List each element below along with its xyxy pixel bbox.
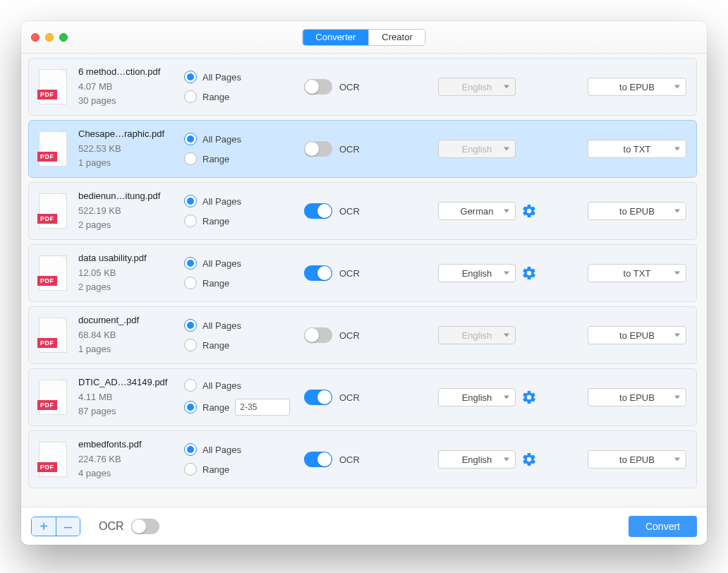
file-info: document_.pdf68.84 KB1 pages <box>78 313 184 357</box>
radio-all-pages[interactable] <box>184 71 197 83</box>
file-name: 6 method…ction.pdf <box>78 65 184 80</box>
language-value: English <box>462 454 492 465</box>
ocr-toggle[interactable] <box>304 79 332 95</box>
chevron-down-icon <box>504 334 509 337</box>
maximize-icon[interactable] <box>59 33 68 42</box>
close-icon[interactable] <box>31 33 40 42</box>
output-format-value: to EPUB <box>619 206 655 217</box>
output-format-dropdown[interactable]: to EPUB <box>588 326 686 344</box>
gear-icon[interactable] <box>521 203 537 219</box>
master-ocr-label: OCR <box>99 520 124 533</box>
ocr-control: OCR <box>304 265 438 281</box>
radio-all-pages[interactable] <box>184 195 197 207</box>
app-window: Converter Creator 6 method…ction.pdf4.07… <box>21 21 707 545</box>
gear-icon[interactable] <box>521 390 537 405</box>
master-ocr-toggle[interactable] <box>131 519 159 534</box>
language-control: German <box>438 202 544 220</box>
radio-range[interactable] <box>184 215 197 227</box>
language-control: English <box>438 388 544 406</box>
file-row[interactable]: embedfonts.pdf224.76 KB4 pagesAll PagesR… <box>28 430 697 488</box>
output-format-dropdown[interactable]: to EPUB <box>588 450 686 469</box>
output-format-dropdown[interactable]: to EPUB <box>588 388 686 406</box>
tab-converter[interactable]: Converter <box>303 30 368 45</box>
language-dropdown[interactable]: German <box>438 202 516 220</box>
ocr-toggle[interactable] <box>304 390 332 405</box>
radio-range[interactable] <box>184 401 197 414</box>
radio-range[interactable] <box>184 463 197 476</box>
chevron-down-icon <box>674 396 680 399</box>
page-range-control: All PagesRange <box>184 195 304 227</box>
radio-all-pages-label: All Pages <box>202 196 241 207</box>
chevron-down-icon <box>504 272 509 275</box>
language-control: English <box>438 326 544 344</box>
radio-range-label: Range <box>202 216 229 227</box>
file-list-scroll[interactable]: 6 method…ction.pdf4.07 MB30 pagesAll Pag… <box>28 58 700 507</box>
radio-range-label: Range <box>202 402 229 413</box>
output-format-control: to EPUB <box>574 450 686 469</box>
chevron-down-icon <box>674 458 680 462</box>
add-file-button[interactable]: + <box>32 517 56 536</box>
radio-range[interactable] <box>184 152 197 165</box>
language-dropdown[interactable]: English <box>438 450 516 469</box>
output-format-dropdown[interactable]: to EPUB <box>588 202 686 220</box>
page-range-control: All PagesRange <box>184 133 304 165</box>
output-format-control: to EPUB <box>574 78 686 96</box>
language-dropdown[interactable]: English <box>438 388 516 406</box>
ocr-label: OCR <box>339 206 360 217</box>
file-row[interactable]: bedienun…itung.pdf522.19 KB2 pagesAll Pa… <box>28 182 697 240</box>
page-range-control: All PagesRange <box>184 319 304 351</box>
output-format-dropdown[interactable]: to TXT <box>588 264 686 282</box>
tab-creator[interactable]: Creator <box>368 30 425 45</box>
radio-range[interactable] <box>184 90 197 103</box>
file-info: Chesape…raphic.pdf522.53 KB1 pages <box>78 127 184 171</box>
file-pages: 2 pages <box>78 280 184 295</box>
file-row[interactable]: DTIC_AD…34149.pdf4.11 MB87 pagesAll Page… <box>28 368 697 426</box>
language-dropdown[interactable]: English <box>438 264 516 282</box>
output-format-value: to EPUB <box>619 330 655 341</box>
page-range-control: All PagesRange <box>184 443 304 476</box>
output-format-value: to EPUB <box>619 392 655 403</box>
radio-range[interactable] <box>184 339 197 351</box>
chevron-down-icon <box>504 210 509 213</box>
language-dropdown: English <box>438 78 516 96</box>
ocr-toggle[interactable] <box>304 265 332 281</box>
pdf-thumbnail-icon <box>39 193 67 229</box>
remove-file-button[interactable]: – <box>56 517 80 536</box>
convert-button[interactable]: Convert <box>629 516 697 537</box>
radio-range-label: Range <box>202 464 229 475</box>
language-value: English <box>462 268 492 279</box>
output-format-control: to EPUB <box>574 388 686 406</box>
file-name: Chesape…raphic.pdf <box>78 127 184 142</box>
radio-all-pages[interactable] <box>184 443 197 456</box>
language-dropdown: English <box>438 140 516 158</box>
radio-all-pages[interactable] <box>184 133 197 145</box>
output-format-value: to TXT <box>624 268 651 279</box>
output-format-dropdown[interactable]: to TXT <box>588 140 686 158</box>
file-name: data usability.pdf <box>78 251 184 266</box>
gear-icon[interactable] <box>521 452 537 467</box>
output-format-dropdown[interactable]: to EPUB <box>588 78 686 96</box>
add-remove-group: + – <box>31 517 80 536</box>
file-row[interactable]: 6 method…ction.pdf4.07 MB30 pagesAll Pag… <box>28 58 697 116</box>
ocr-toggle[interactable] <box>304 141 332 157</box>
file-row[interactable]: Chesape…raphic.pdf522.53 KB1 pagesAll Pa… <box>28 120 697 178</box>
minimize-icon[interactable] <box>45 33 54 42</box>
radio-all-pages[interactable] <box>184 257 197 270</box>
radio-range[interactable] <box>184 277 197 289</box>
file-row[interactable]: document_.pdf68.84 KB1 pagesAll PagesRan… <box>28 306 697 364</box>
window-controls <box>31 33 68 42</box>
ocr-control: OCR <box>304 79 438 95</box>
range-input[interactable] <box>235 399 290 416</box>
radio-all-pages[interactable] <box>184 319 197 332</box>
file-row[interactable]: data usability.pdf12.05 KB2 pagesAll Pag… <box>28 244 697 302</box>
ocr-toggle[interactable] <box>304 452 332 467</box>
ocr-control: OCR <box>304 141 438 157</box>
file-info: embedfonts.pdf224.76 KB4 pages <box>78 438 184 481</box>
ocr-toggle[interactable] <box>304 203 332 219</box>
gear-icon[interactable] <box>521 265 537 281</box>
radio-all-pages[interactable] <box>184 379 197 392</box>
file-info: DTIC_AD…34149.pdf4.11 MB87 pages <box>78 375 184 419</box>
file-pages: 87 pages <box>78 404 184 419</box>
pdf-thumbnail-icon <box>39 255 67 291</box>
ocr-toggle[interactable] <box>304 327 332 343</box>
